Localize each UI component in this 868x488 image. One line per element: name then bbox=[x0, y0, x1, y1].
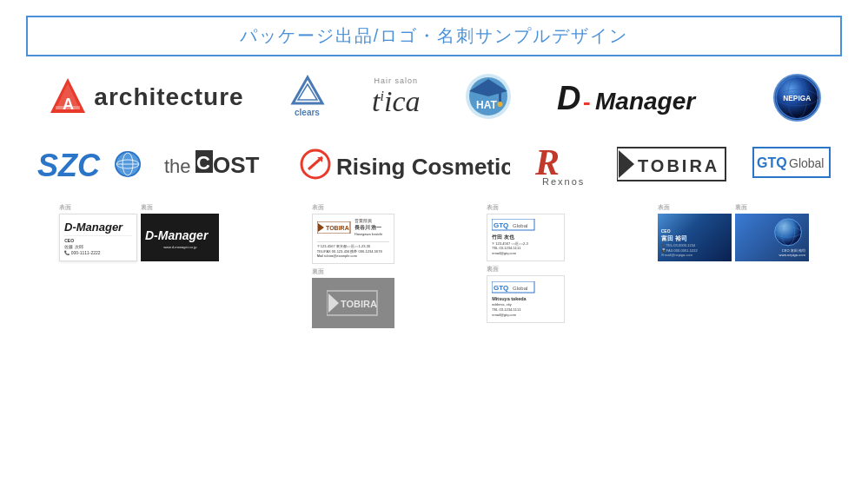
architecture-label: architecture bbox=[94, 83, 243, 111]
nepiga-cards-group: 表面 CEO 富田 裕司 📞 TEL:03-0000-1234 📠 FAX:00… bbox=[658, 203, 809, 328]
svg-text:OST: OST bbox=[213, 152, 260, 178]
szco-icon: SZC bbox=[37, 147, 142, 181]
clears-logo: clears bbox=[286, 74, 329, 122]
svg-marker-47 bbox=[328, 293, 339, 313]
logo-row-2: SZC the C OST Rising Cosmetics bbox=[0, 133, 868, 195]
svg-point-11 bbox=[498, 102, 503, 107]
svg-text:Global: Global bbox=[789, 156, 824, 170]
dm-card-logo-small: D-Manager bbox=[64, 219, 134, 234]
svg-text:TOBIRA: TOBIRA bbox=[326, 225, 349, 231]
gtq-card-front: GTQ Global 竹田 友也 〒123-4567 ○○区○○2-3TEL 0… bbox=[487, 214, 565, 261]
tica-sub: Hair salon bbox=[374, 76, 419, 85]
header-banner: パッケージ出品/ロゴ・名刺サンプルデザイン bbox=[26, 16, 842, 56]
svg-text:HAT: HAT bbox=[476, 99, 497, 111]
dm-white-name: 佐藤 次郎 bbox=[64, 244, 132, 250]
szco-logo: SZC bbox=[37, 147, 142, 181]
svg-text:Global: Global bbox=[513, 223, 527, 228]
card-label-front: 表面 bbox=[59, 203, 137, 212]
rising-text-icon: Rising Cosmetics bbox=[336, 147, 510, 181]
logo-row-1: A architecture clears Hair salon tiica H… bbox=[0, 65, 868, 129]
cards-section: 表面 D-Manager CEO 佐藤 次郎 📞 000-1111-2222 裏… bbox=[0, 198, 868, 333]
gtq-icon: GTQ Global bbox=[752, 147, 831, 178]
dmanager-icon: D - Manager bbox=[557, 78, 731, 116]
hat-icon: HAT bbox=[462, 72, 514, 122]
dmanager-cards-group: 表面 D-Manager CEO 佐藤 次郎 📞 000-1111-2222 裏… bbox=[59, 203, 219, 328]
svg-text:A: A bbox=[63, 96, 74, 113]
tobira-front-name-en: Hasegawa kouichi bbox=[354, 232, 382, 237]
svg-text:Rexnos: Rexnos bbox=[542, 176, 585, 187]
svg-text:D: D bbox=[557, 80, 580, 116]
svg-marker-36 bbox=[619, 150, 634, 178]
hat-logo: HAT bbox=[462, 72, 514, 122]
architecture-icon: A bbox=[47, 76, 89, 118]
card-label-back: 裏面 bbox=[141, 203, 219, 212]
gtq-global-logo: GTQ Global bbox=[752, 147, 831, 181]
nepiga-card-white-item: 表面 CEO 富田 裕司 📞 TEL:03-0000-1234 📠 FAX:00… bbox=[658, 203, 732, 328]
tobira-back-logo: TOBIRA bbox=[327, 290, 379, 316]
gtq-back-logo: GTQ Global bbox=[492, 281, 535, 293]
dmanager-card-black: D-Manager www.d-manager.co.jp bbox=[141, 214, 219, 261]
gtq-front-name: 竹田 友也 bbox=[492, 234, 514, 241]
gtq-card-back: GTQ Global Mitsuya takeda address, cityT… bbox=[487, 275, 565, 323]
nepiga-logo: NEPIGA bbox=[773, 74, 821, 122]
svg-text:GTQ: GTQ bbox=[757, 155, 787, 170]
tobira-card-front: TOBIRA 営業部員 長谷川 浩一 Hasegawa kouichi 〒123… bbox=[312, 214, 394, 264]
dmanager-card-white: D-Manager CEO 佐藤 次郎 📞 000-1111-2222 bbox=[59, 214, 137, 261]
header-title: パッケージ出品/ロゴ・名刺サンプルデザイン bbox=[240, 26, 629, 45]
rising-cosmetics-logo: Rising Cosmetics bbox=[300, 147, 510, 181]
nepiga-card-white: CEO 富田 裕司 📞 TEL:03-0000-1234 📠 FAX:000-0… bbox=[658, 214, 732, 261]
svg-text:GTQ: GTQ bbox=[494, 284, 508, 292]
tobira-card-back-item: 裏面 TOBIRA bbox=[312, 267, 394, 328]
architecture-logo: A architecture bbox=[47, 76, 243, 118]
tobira-mini-logo: TOBIRA bbox=[317, 221, 352, 234]
tobira-front-name: 長谷川 浩一 bbox=[354, 224, 382, 231]
tobira-cards-group: 表面 TOBIRA 営業部員 長谷川 浩一 Hasegawa kouichi bbox=[312, 203, 394, 328]
svg-text:C: C bbox=[196, 152, 210, 174]
dmanager-logo: D - Manager bbox=[557, 78, 731, 116]
tobira-card-back: TOBIRA bbox=[312, 278, 394, 328]
svg-text:Global: Global bbox=[513, 286, 527, 291]
svg-rect-10 bbox=[499, 91, 501, 103]
nepiga-front-name: 富田 裕司 bbox=[661, 234, 728, 243]
thecost-icon: the C OST bbox=[164, 145, 277, 180]
rexnos-icon: R Rexnos bbox=[533, 140, 594, 188]
svg-text:GTQ: GTQ bbox=[494, 221, 508, 229]
svg-text:Manager: Manager bbox=[595, 88, 697, 115]
tobira-icon: TOBIRA bbox=[617, 147, 730, 181]
svg-text:D-Manager: D-Manager bbox=[145, 228, 209, 242]
rising-icon bbox=[300, 148, 331, 180]
svg-text:NEPIGA: NEPIGA bbox=[783, 93, 811, 102]
gtq-card-back-item: 裏面 GTQ Global Mitsuya takeda address, ci… bbox=[487, 265, 565, 323]
nepiga-icon: NEPIGA bbox=[775, 74, 819, 122]
svg-text:Rising Cosmetics: Rising Cosmetics bbox=[336, 154, 510, 180]
tica-label: tiica bbox=[372, 85, 420, 118]
svg-text:TOBIRA: TOBIRA bbox=[341, 299, 377, 309]
clears-icon: clears bbox=[286, 74, 329, 122]
svg-marker-44 bbox=[318, 223, 324, 232]
nepiga-card-logo bbox=[771, 217, 805, 247]
gtq-back-name: Mitsuya takeda bbox=[492, 296, 526, 303]
svg-text:TOBIRA: TOBIRA bbox=[638, 156, 719, 175]
tobira-logo: TOBIRA bbox=[617, 147, 730, 181]
svg-text:D-Manager: D-Manager bbox=[64, 221, 123, 234]
tobira-card-front-item: 表面 TOBIRA 営業部員 長谷川 浩一 Hasegawa kouichi bbox=[312, 203, 394, 264]
dmanager-card-white-item: 表面 D-Manager CEO 佐藤 次郎 📞 000-1111-2222 bbox=[59, 203, 137, 328]
nepiga-card-blue-item: 裏面 CEO 富田 裕司 www.nep bbox=[735, 203, 809, 328]
dm-black-logo: D-Manager bbox=[145, 226, 215, 243]
thecost-logo: the C OST bbox=[164, 145, 277, 183]
svg-text:the: the bbox=[164, 155, 191, 177]
tica-logo: Hair salon tiica bbox=[372, 76, 420, 118]
svg-text:SZC: SZC bbox=[37, 148, 101, 181]
gtq-cards-group: 表面 GTQ Global 竹田 友也 〒123-4567 ○○区○○2-3TE… bbox=[487, 203, 565, 328]
svg-point-56 bbox=[774, 219, 801, 246]
svg-text:-: - bbox=[583, 89, 591, 115]
svg-rect-3 bbox=[56, 106, 80, 109]
gtq-card-front-item: 表面 GTQ Global 竹田 友也 〒123-4567 ○○区○○2-3TE… bbox=[487, 203, 565, 261]
nepiga-card-blue: CEO 富田 裕司 www.nepiga.com bbox=[735, 214, 809, 261]
svg-text:clears: clears bbox=[295, 108, 320, 117]
gtq-card-logo: GTQ Global bbox=[492, 219, 535, 231]
rexnos-logo: R Rexnos bbox=[533, 140, 594, 188]
dmanager-card-black-item: 裏面 D-Manager www.d-manager.co.jp bbox=[141, 203, 219, 328]
